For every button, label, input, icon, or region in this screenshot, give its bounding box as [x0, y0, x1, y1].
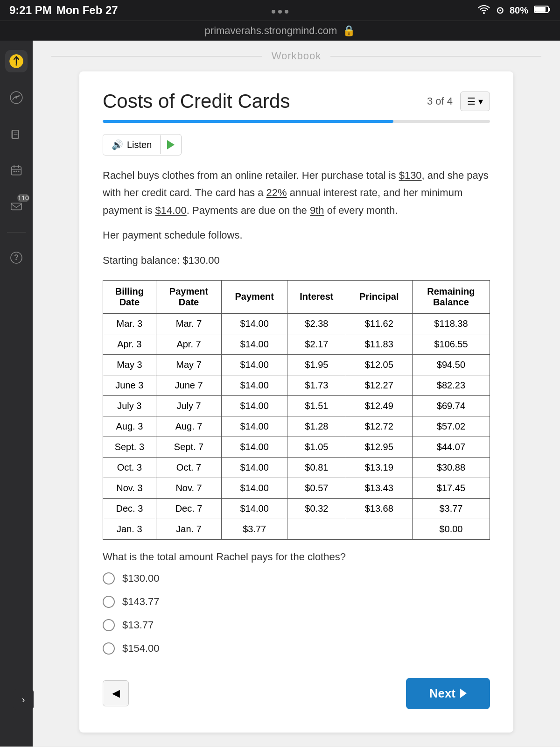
- starting-balance: Starting balance: $130.00: [103, 252, 490, 269]
- table-cell: $14.00: [222, 395, 287, 416]
- next-button[interactable]: Next: [406, 678, 490, 709]
- table-cell: Nov. 7: [156, 478, 222, 498]
- page-title: Costs of Credit Cards: [103, 90, 290, 113]
- table-cell: [287, 519, 346, 539]
- svg-rect-17: [18, 171, 19, 172]
- question-text: What is the total amount Rachel pays for…: [103, 551, 490, 563]
- menu-button[interactable]: ☰ ▾: [460, 92, 490, 111]
- battery-icon: [534, 5, 551, 16]
- radio-option-opt2[interactable]: $143.77: [103, 596, 490, 608]
- sidebar-item-home[interactable]: [5, 50, 28, 72]
- col-payment: Payment: [222, 280, 287, 313]
- col-interest: Interest: [287, 280, 346, 313]
- sidebar-item-help[interactable]: ?: [5, 247, 28, 269]
- workbook-header: Workbook: [33, 41, 560, 71]
- table-cell: Jan. 7: [156, 519, 222, 539]
- messages-badge: 110: [17, 194, 29, 202]
- sidebar-item-calendar[interactable]: [5, 159, 28, 182]
- table-cell: $14.00: [222, 498, 287, 519]
- table-cell: Mar. 3: [103, 313, 156, 334]
- table-cell: $11.83: [346, 334, 412, 354]
- table-cell: $11.62: [346, 313, 412, 334]
- table-cell: $0.57: [287, 478, 346, 498]
- table-cell: [346, 519, 412, 539]
- table-cell: June 3: [103, 375, 156, 395]
- svg-rect-16: [15, 171, 17, 172]
- menu-chevron: ▾: [478, 96, 483, 107]
- table-cell: Sept. 7: [156, 437, 222, 457]
- svg-rect-15: [14, 171, 15, 172]
- app-layout: 110 ? Workbook Costs of Credit Cards: [0, 41, 560, 747]
- col-principal: Principal: [346, 280, 412, 313]
- highlight-payment: $14.00: [155, 204, 187, 216]
- content-area: Workbook Costs of Credit Cards 3 of 4 ☰ …: [33, 41, 560, 747]
- table-cell: May 3: [103, 354, 156, 375]
- sidebar-item-messages[interactable]: 110: [5, 196, 28, 218]
- svg-rect-18: [11, 203, 21, 210]
- sidebar-item-books[interactable]: [5, 123, 28, 145]
- table-cell: $12.72: [346, 416, 412, 437]
- table-row: Apr. 3Apr. 7$14.00$2.17$11.83$106.55: [103, 334, 490, 354]
- listen-button[interactable]: 🔊 Listen: [103, 134, 160, 155]
- table-cell: $12.49: [346, 395, 412, 416]
- table-cell: $14.00: [222, 334, 287, 354]
- back-button[interactable]: ◀: [103, 680, 129, 706]
- table-cell: $0.81: [287, 457, 346, 478]
- dot3: [285, 10, 288, 14]
- table-cell: $14.00: [222, 457, 287, 478]
- listen-control[interactable]: 🔊 Listen: [103, 134, 182, 155]
- table-cell: $14.00: [222, 375, 287, 395]
- url-bar[interactable]: primaverahs.strongmind.com 🔒: [0, 21, 560, 41]
- content-paragraph2: Her payment schedule follows.: [103, 226, 490, 244]
- table-cell: $118.38: [412, 313, 490, 334]
- answer-options: $130.00$143.77$13.77$154.00: [103, 572, 490, 655]
- radio-option-opt3[interactable]: $13.77: [103, 619, 490, 631]
- browser-dots: [272, 7, 288, 14]
- sidebar-item-dashboard[interactable]: [5, 86, 28, 109]
- highlight-date: 9th: [310, 204, 324, 216]
- progress-bar: [103, 120, 490, 123]
- progress-fill: [103, 120, 393, 123]
- radio-label-opt3: $13.77: [122, 619, 154, 631]
- status-icons: ⊙ 80%: [477, 5, 551, 16]
- table-cell: $14.00: [222, 354, 287, 375]
- battery-display: 80%: [510, 5, 528, 16]
- radio-option-opt1[interactable]: $130.00: [103, 572, 490, 585]
- nav-footer: ◀ Next: [103, 673, 490, 709]
- table-cell: $1.95: [287, 354, 346, 375]
- table-cell: $69.74: [412, 395, 490, 416]
- lock-icon: 🔒: [343, 25, 355, 36]
- time-display: 9:21 PM: [9, 4, 52, 17]
- location-icon: ⊙: [496, 5, 504, 16]
- play-button[interactable]: [160, 135, 181, 154]
- table-cell: Dec. 3: [103, 498, 156, 519]
- table-row: June 3June 7$14.00$1.73$12.27$82.23: [103, 375, 490, 395]
- date-display: Mon Feb 27: [56, 4, 118, 17]
- table-cell: $30.88: [412, 457, 490, 478]
- col-billing-date: BillingDate: [103, 280, 156, 313]
- table-cell: Aug. 7: [156, 416, 222, 437]
- back-icon: ◀: [112, 687, 120, 699]
- svg-text:?: ?: [14, 254, 19, 261]
- play-triangle-icon: [167, 140, 175, 149]
- table-cell: $14.00: [222, 437, 287, 457]
- scroll-arrow-button[interactable]: ›: [13, 689, 34, 710]
- scroll-chevron-icon: ›: [22, 694, 25, 705]
- radio-circle-opt4: [103, 642, 115, 655]
- table-cell: May 7: [156, 354, 222, 375]
- table-row: Oct. 3Oct. 7$14.00$0.81$13.19$30.88: [103, 457, 490, 478]
- table-row: Sept. 3Sept. 7$14.00$1.05$12.95$44.07: [103, 437, 490, 457]
- content-paragraph: Rachel buys clothes from an online retai…: [103, 167, 490, 219]
- svg-point-4: [15, 64, 17, 65]
- next-label: Next: [429, 686, 455, 701]
- status-bar: 9:21 PM Mon Feb 27 ⊙ 80%: [0, 0, 560, 21]
- table-cell: $13.19: [346, 457, 412, 478]
- radio-circle-opt2: [103, 596, 115, 608]
- radio-option-opt4[interactable]: $154.00: [103, 642, 490, 655]
- radio-circle-opt3: [103, 619, 115, 631]
- table-cell: Jan. 3: [103, 519, 156, 539]
- table-row: Aug. 3Aug. 7$14.00$1.28$12.72$57.02: [103, 416, 490, 437]
- workbook-line-left: [51, 56, 262, 56]
- table-cell: Aug. 3: [103, 416, 156, 437]
- col-remaining-balance: RemainingBalance: [412, 280, 490, 313]
